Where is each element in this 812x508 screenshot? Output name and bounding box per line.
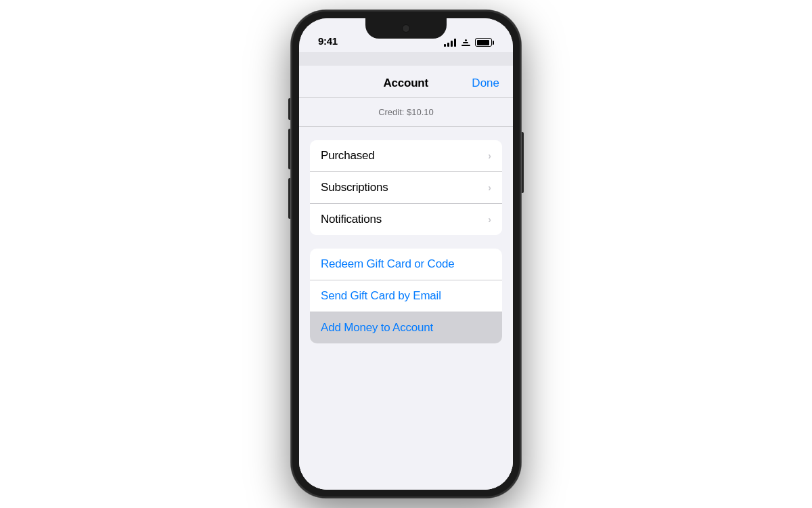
credit-text: Credit: $10.10	[378, 107, 434, 117]
chevron-icon: ›	[488, 150, 491, 161]
wifi-icon	[460, 39, 471, 46]
send-gift-card-item[interactable]: Send Gift Card by Email	[310, 280, 502, 312]
gift-section: Redeem Gift Card or Code Send Gift Card …	[310, 249, 502, 343]
battery-icon	[475, 38, 494, 47]
sheet-background	[299, 52, 513, 66]
power-button	[521, 132, 524, 193]
nav-title: Account	[383, 77, 428, 90]
signal-icon	[444, 39, 456, 47]
list-section: Purchased › Subscriptions › Notification…	[310, 140, 502, 235]
add-money-label: Add Money to Account	[321, 321, 433, 335]
credit-section: Credit: $10.10	[299, 98, 513, 127]
status-time: 9:41	[318, 35, 338, 47]
notch	[365, 18, 447, 39]
chevron-icon: ›	[488, 214, 491, 225]
subscriptions-item[interactable]: Subscriptions ›	[310, 172, 502, 204]
nav-bar: Account Done	[299, 66, 513, 98]
phone-screen: 9:41	[299, 18, 513, 490]
phone-wrapper: 9:41	[291, 10, 521, 498]
redeem-gift-card-label: Redeem Gift Card or Code	[321, 257, 454, 271]
purchased-item[interactable]: Purchased ›	[310, 140, 502, 172]
front-camera	[402, 24, 410, 33]
subscriptions-label: Subscriptions	[321, 181, 388, 194]
done-button[interactable]: Done	[472, 77, 499, 90]
status-icons	[444, 38, 494, 47]
phone-frame: 9:41	[291, 10, 521, 498]
redeem-gift-card-item[interactable]: Redeem Gift Card or Code	[310, 249, 502, 280]
scroll-content[interactable]: Purchased › Subscriptions › Notification…	[299, 127, 513, 490]
chevron-icon: ›	[488, 182, 491, 193]
notifications-item[interactable]: Notifications ›	[310, 204, 502, 235]
notifications-label: Notifications	[321, 213, 382, 226]
main-sheet: Account Done Credit: $10.10 Purchased	[299, 66, 513, 490]
send-gift-card-label: Send Gift Card by Email	[321, 289, 441, 303]
content-area: Account Done Credit: $10.10 Purchased	[299, 52, 513, 490]
add-money-item[interactable]: Add Money to Account	[310, 312, 502, 343]
purchased-label: Purchased	[321, 149, 374, 163]
